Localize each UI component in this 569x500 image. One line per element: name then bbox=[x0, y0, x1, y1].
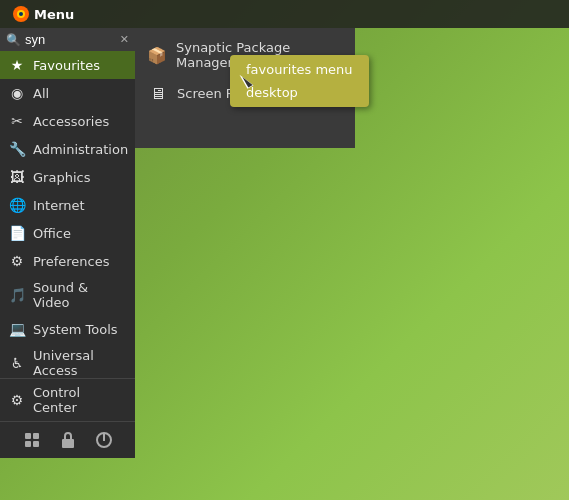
taskbar: Menu bbox=[0, 0, 569, 28]
office-icon: 📄 bbox=[8, 224, 26, 242]
all-icon: ◉ bbox=[8, 84, 26, 102]
sidebar-item-universal-access[interactable]: ♿ Universal Access bbox=[0, 343, 135, 378]
context-menu: favourites menu desktop bbox=[230, 55, 369, 107]
sidebar-item-sound-video[interactable]: 🎵 Sound & Video bbox=[0, 275, 135, 315]
control-center-icon: ⚙ bbox=[8, 391, 26, 409]
universal-access-icon: ♿ bbox=[8, 354, 26, 372]
sidebar-item-label: Graphics bbox=[33, 170, 90, 185]
screen-icon: 🖥 bbox=[147, 82, 169, 104]
sidebar-item-graphics[interactable]: 🖼 Graphics bbox=[0, 163, 135, 191]
category-list: ★ Favourites ◉ All ✂ Accessories 🔧 Admin… bbox=[0, 51, 135, 378]
accessories-icon: ✂ bbox=[8, 112, 26, 130]
svg-rect-7 bbox=[62, 439, 74, 448]
sidebar-item-all[interactable]: ◉ All bbox=[0, 79, 135, 107]
search-input[interactable] bbox=[25, 32, 105, 47]
sidebar-item-accessories[interactable]: ✂ Accessories bbox=[0, 107, 135, 135]
graphics-icon: 🖼 bbox=[8, 168, 26, 186]
sidebar-item-label: Administration bbox=[33, 142, 128, 157]
context-menu-favourites[interactable]: favourites menu bbox=[242, 59, 357, 80]
sidebar-item-internet[interactable]: 🌐 Internet bbox=[0, 191, 135, 219]
sidebar-item-label: Office bbox=[33, 226, 71, 241]
switch-user-icon bbox=[22, 430, 42, 450]
menu-label: Menu bbox=[34, 7, 74, 22]
context-menu-desktop[interactable]: desktop bbox=[242, 82, 357, 103]
bottom-bar bbox=[0, 421, 135, 458]
sidebar-item-administration[interactable]: 🔧 Administration bbox=[0, 135, 135, 163]
lock-button[interactable] bbox=[58, 430, 78, 450]
lock-icon bbox=[58, 430, 78, 450]
synaptic-icon: 📦 bbox=[147, 44, 168, 66]
clear-button[interactable]: ✕ bbox=[120, 33, 129, 46]
svg-point-2 bbox=[19, 12, 23, 16]
firefox-icon bbox=[12, 5, 30, 23]
power-icon bbox=[94, 430, 114, 450]
sidebar-item-system-tools[interactable]: 💻 System Tools bbox=[0, 315, 135, 343]
svg-rect-3 bbox=[25, 433, 31, 439]
control-center-item[interactable]: ⚙ Control Center bbox=[0, 378, 135, 421]
svg-rect-5 bbox=[25, 441, 31, 447]
sidebar-item-label: All bbox=[33, 86, 49, 101]
preferences-icon: ⚙ bbox=[8, 252, 26, 270]
sidebar-item-favourites[interactable]: ★ Favourites bbox=[0, 51, 135, 79]
sidebar-item-label: Internet bbox=[33, 198, 85, 213]
sound-video-icon: 🎵 bbox=[8, 286, 26, 304]
search-bar: 🔍 ✕ bbox=[0, 28, 135, 51]
sidebar-item-label: Sound & Video bbox=[33, 280, 127, 310]
sidebar-item-label: Accessories bbox=[33, 114, 109, 129]
sidebar-item-label: Favourites bbox=[33, 58, 100, 73]
svg-rect-4 bbox=[33, 433, 39, 439]
menu-button[interactable]: Menu bbox=[6, 3, 80, 25]
administration-icon: 🔧 bbox=[8, 140, 26, 158]
control-center-label: Control Center bbox=[33, 385, 127, 415]
switch-user-button[interactable] bbox=[22, 430, 42, 450]
internet-icon: 🌐 bbox=[8, 196, 26, 214]
menu-panel: 🔍 ✕ ★ Favourites ◉ All ✂ Accessories 🔧 A… bbox=[0, 28, 135, 458]
sidebar-item-preferences[interactable]: ⚙ Preferences bbox=[0, 247, 135, 275]
sidebar-item-label: Universal Access bbox=[33, 348, 127, 378]
svg-rect-6 bbox=[33, 441, 39, 447]
search-icon: 🔍 bbox=[6, 33, 21, 47]
sidebar-item-label: System Tools bbox=[33, 322, 118, 337]
sidebar-item-office[interactable]: 📄 Office bbox=[0, 219, 135, 247]
shutdown-button[interactable] bbox=[94, 430, 114, 450]
sidebar-item-label: Preferences bbox=[33, 254, 109, 269]
favourites-icon: ★ bbox=[8, 56, 26, 74]
system-tools-icon: 💻 bbox=[8, 320, 26, 338]
